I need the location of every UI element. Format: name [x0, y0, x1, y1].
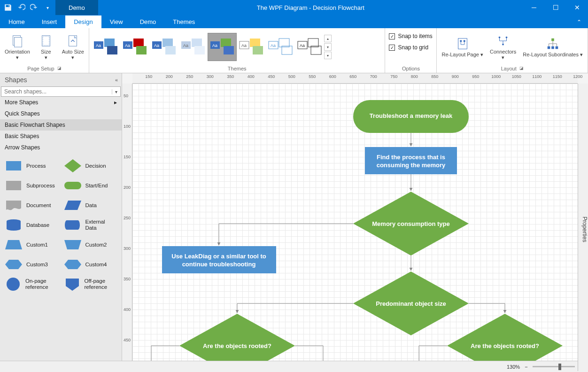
- svg-rect-31: [279, 39, 289, 47]
- svg-text:consuming the memory: consuming the memory: [377, 162, 446, 169]
- shape-icon: [63, 276, 82, 292]
- shape-label: Off-page reference: [85, 278, 118, 290]
- svg-rect-28: [253, 46, 263, 54]
- redo-icon[interactable]: [30, 3, 39, 12]
- shape-icon: [4, 178, 23, 194]
- node-leakdiag[interactable]: Use LeakDiag or a similar tool to contin…: [162, 246, 276, 273]
- shape-item-process[interactable]: Process: [2, 156, 61, 176]
- themes-more-icon[interactable]: ▾: [324, 52, 332, 59]
- search-input[interactable]: [1, 88, 112, 95]
- shape-label: Start/End: [85, 183, 108, 189]
- page-setup-dialog-icon[interactable]: ◪: [57, 66, 62, 71]
- zoom-slider[interactable]: [533, 366, 575, 367]
- properties-panel-tab[interactable]: Properties: [578, 84, 588, 371]
- shape-item-start-end[interactable]: Start/End: [61, 176, 120, 195]
- shapes-search[interactable]: ▾: [1, 86, 121, 97]
- minimize-button[interactable]: ─: [523, 0, 545, 15]
- shape-item-custom4[interactable]: Custom4: [61, 255, 120, 274]
- relayout-page-button[interactable]: Re-Layout Page ▾: [439, 35, 486, 59]
- svg-rect-12: [136, 46, 147, 54]
- shape-item-off-page-reference[interactable]: Off-page reference: [61, 274, 120, 294]
- collapse-ribbon-icon[interactable]: ⌃: [570, 16, 588, 28]
- tab-design[interactable]: Design: [65, 16, 101, 28]
- node-memory-type[interactable]: Memory consumption type: [353, 192, 469, 256]
- group-options: ✓Snap to items ✓Snap to grid Options: [385, 28, 437, 73]
- connectors-button[interactable]: Connectors▾: [487, 32, 519, 62]
- shape-item-on-page-reference[interactable]: On-page reference: [2, 274, 61, 294]
- shape-item-custom3[interactable]: Custom3: [2, 255, 61, 274]
- shape-item-external-data[interactable]: External Data: [61, 215, 120, 235]
- svg-marker-58: [5, 240, 22, 249]
- shapes-category-basic[interactable]: Basic Shapes: [0, 131, 122, 142]
- theme-swatch-3[interactable]: Aa: [149, 33, 178, 61]
- svg-marker-59: [64, 240, 81, 249]
- node-predominant[interactable]: Predominant object size: [353, 271, 469, 335]
- close-button[interactable]: ✕: [566, 0, 588, 15]
- undo-icon[interactable]: [17, 3, 25, 12]
- theme-swatch-1[interactable]: Aa: [91, 33, 120, 61]
- theme-swatch-4[interactable]: Aa: [178, 33, 208, 61]
- theme-swatch-2[interactable]: Aa: [120, 33, 149, 61]
- theme-swatch-7[interactable]: Aa: [266, 33, 295, 61]
- tab-insert[interactable]: Insert: [33, 16, 66, 28]
- themes-scroll-down-icon[interactable]: ▾: [324, 43, 332, 51]
- shapes-category-quick[interactable]: Quick Shapes: [0, 108, 122, 119]
- shape-item-custom1[interactable]: Custom1: [2, 235, 61, 255]
- svg-text:Use LeakDiag or a similar tool: Use LeakDiag or a similar tool to: [171, 253, 266, 260]
- shape-icon: [63, 217, 83, 233]
- shape-label: Custom1: [26, 242, 48, 248]
- svg-marker-48: [64, 159, 81, 172]
- size-button[interactable]: Size▾: [34, 32, 58, 62]
- node-start[interactable]: Troubleshoot a memory leak: [353, 100, 469, 133]
- shapes-category-basic-flowchart[interactable]: Basic Flowchart Shapes: [0, 119, 122, 131]
- quick-access-toolbar: ▾: [0, 0, 55, 15]
- backstage-demo-tab[interactable]: Demo: [55, 0, 98, 15]
- theme-swatch-6[interactable]: Aa: [237, 33, 266, 61]
- shape-label: Document: [26, 202, 51, 209]
- zoom-out-button[interactable]: −: [525, 364, 527, 370]
- svg-rect-8: [107, 46, 117, 54]
- snap-to-grid-checkbox[interactable]: ✓Snap to grid: [389, 43, 428, 52]
- theme-swatch-8[interactable]: Aa: [295, 33, 324, 61]
- node-rooted-left[interactable]: Are the objects rooted?: [179, 314, 295, 361]
- auto-size-button[interactable]: Auto Size▾: [59, 32, 87, 62]
- node-rooted-right[interactable]: Are the objects rooted?: [447, 314, 563, 361]
- shapes-category-more[interactable]: More Shapes▸: [0, 97, 122, 108]
- diagram-canvas[interactable]: Troubleshoot a memory leak Find the proc…: [132, 84, 578, 361]
- tab-themes[interactable]: Themes: [164, 16, 203, 28]
- shape-item-custom2[interactable]: Custom2: [61, 235, 120, 255]
- shape-item-database[interactable]: Database: [2, 215, 61, 235]
- maximize-button[interactable]: ☐: [545, 0, 566, 15]
- shape-item-subprocess[interactable]: Subprocess: [2, 176, 61, 195]
- tab-view[interactable]: View: [101, 16, 132, 28]
- shape-item-data[interactable]: Data: [61, 195, 120, 215]
- ribbon: Orientation▾ Size▾ Auto Size▾ Page Setup…: [0, 28, 588, 73]
- layout-dialog-icon[interactable]: ◪: [519, 66, 524, 71]
- ribbon-tabs: Home Insert Design View Demo Themes ⌃: [0, 15, 588, 28]
- shapes-category-arrow[interactable]: Arrow Shapes: [0, 142, 122, 153]
- svg-rect-35: [308, 39, 318, 47]
- shapes-collapse-icon[interactable]: «: [115, 77, 117, 83]
- shape-icon: [63, 256, 83, 272]
- chevron-right-icon: ▸: [114, 99, 117, 106]
- shape-item-document[interactable]: Document: [2, 195, 61, 215]
- svg-rect-16: [165, 46, 176, 54]
- node-find-process[interactable]: Find the process that is consuming the m…: [365, 147, 457, 174]
- orientation-button[interactable]: Orientation▾: [2, 32, 33, 62]
- tab-demo[interactable]: Demo: [132, 16, 165, 28]
- theme-swatch-5[interactable]: Aa: [208, 33, 237, 61]
- themes-gallery-scroll[interactable]: ▴ ▾ ▾: [324, 35, 333, 59]
- svg-point-62: [7, 278, 20, 291]
- themes-scroll-up-icon[interactable]: ▴: [324, 35, 332, 42]
- svg-text:Aa: Aa: [212, 43, 217, 48]
- tab-home[interactable]: Home: [0, 16, 33, 28]
- snap-to-items-checkbox[interactable]: ✓Snap to items: [389, 32, 432, 40]
- search-dropdown-icon[interactable]: ▾: [112, 89, 120, 94]
- horizontal-ruler: 1502002503003504004505005506006507007508…: [132, 73, 578, 84]
- relayout-subordinates-button[interactable]: Re-Layout Subordinates ▾: [520, 35, 586, 59]
- save-icon[interactable]: [4, 3, 12, 12]
- svg-rect-27: [250, 39, 260, 47]
- shape-item-decision[interactable]: Decision: [61, 156, 120, 176]
- qat-dropdown-icon[interactable]: ▾: [43, 3, 52, 12]
- svg-text:Find the process that is: Find the process that is: [377, 154, 445, 161]
